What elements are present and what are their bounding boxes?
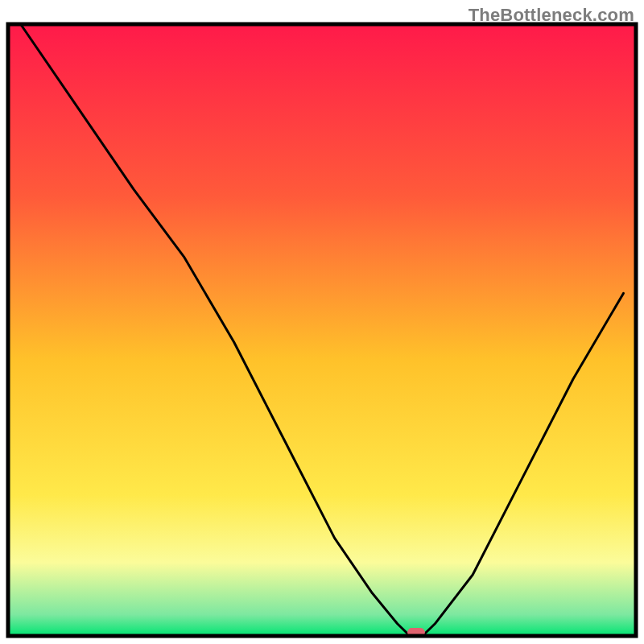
bottleneck-chart: [0, 0, 644, 644]
chart-container: TheBottleneck.com: [0, 0, 644, 644]
gradient-background: [8, 24, 636, 636]
watermark-text: TheBottleneck.com: [469, 5, 634, 26]
